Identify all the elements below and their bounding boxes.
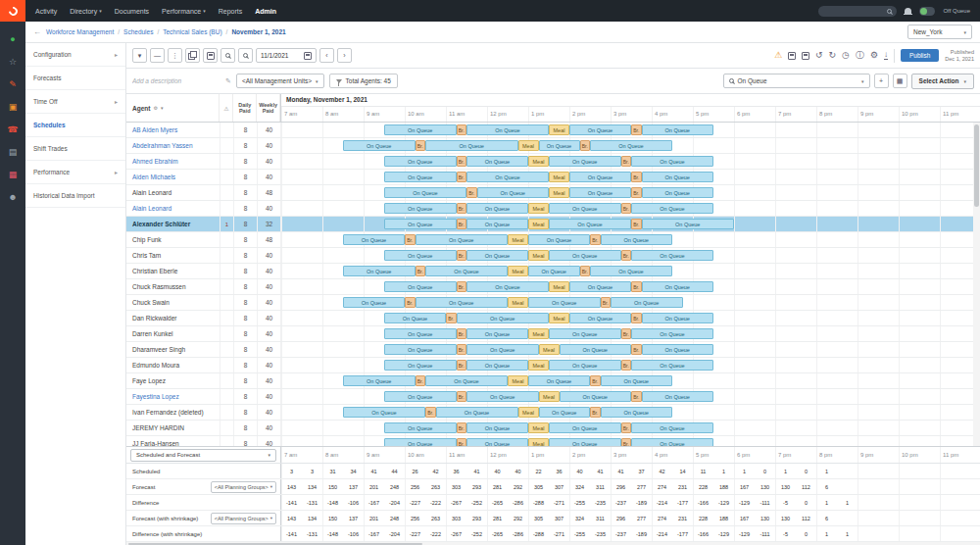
segment-on-queue[interactable]: On Queue [631,250,713,261]
segment-on-queue[interactable]: On Queue [477,187,550,198]
sidebar-item-forecasts[interactable]: Forecasts [25,67,125,90]
segment-on-queue[interactable]: On Queue [384,313,446,323]
sidebar-item-historical-data-import[interactable]: Historical Data Import [25,184,125,208]
segment-break[interactable]: Br. [457,281,467,292]
segment-on-queue[interactable]: On Queue [466,124,549,135]
favorites-icon[interactable]: ☆ [9,58,17,67]
segment-on-queue[interactable]: On Queue [384,156,457,167]
segment-meal[interactable]: Meal [508,266,528,276]
global-search-input[interactable] [823,8,884,14]
segment-on-queue[interactable]: On Queue [343,407,425,418]
segment-on-queue[interactable]: On Queue [528,234,590,245]
segment-meal[interactable]: Meal [549,172,569,182]
calendar-event-icon[interactable] [788,52,796,60]
schedule-row[interactable]: Dharamveer Singh840On QueueBr.On QueueMe… [126,342,980,358]
agent-name[interactable]: Alain Leonard [126,201,220,216]
schedule-row[interactable]: Christian Eberle840On QueueBr.On QueueMe… [126,264,980,279]
segment-break[interactable]: Br. [457,328,467,339]
sidebar-item-performance[interactable]: Performance▸ [25,161,125,184]
agent-name[interactable]: Fayestina Lopez [126,389,220,404]
segment-on-queue[interactable]: On Queue [425,266,508,276]
segment-on-queue[interactable]: On Queue [549,328,621,339]
segment-break[interactable]: Br. [457,250,467,261]
segment-break[interactable]: Br. [621,422,632,433]
segment-on-queue[interactable]: On Queue [466,219,528,229]
segment-on-queue[interactable]: On Queue [384,203,457,214]
agent-name[interactable]: AB Aiden Myers [126,123,220,137]
edit-icon[interactable]: ✎ [9,80,17,89]
segment-break[interactable]: Br. [631,391,642,402]
segment-meal[interactable]: Meal [528,219,549,229]
agent-name[interactable]: Darren Kunkel [126,326,220,341]
multi-day-view-button[interactable] [185,48,200,63]
schedule-row[interactable]: AB Aiden Myers840On QueueBr.On QueueMeal… [126,123,980,138]
segment-meal[interactable]: Meal [528,250,549,261]
segment-break[interactable]: Br. [580,140,591,151]
zoom-out-button[interactable] [220,48,235,63]
segment-on-queue[interactable]: On Queue [601,407,673,418]
segment-break[interactable]: Br. [416,266,426,276]
segment-on-queue[interactable]: On Queue [466,203,528,214]
segment-break[interactable]: Br. [457,360,467,371]
sidebar-item-shift-trades[interactable]: Shift Trades [25,137,125,161]
agent-name[interactable]: Christian Eberle [126,264,220,278]
segment-on-queue[interactable]: On Queue [560,344,632,355]
agent-name[interactable]: Ivan Fernandez (deleted) [126,405,220,420]
segment-break[interactable]: Br. [621,203,632,214]
segment-on-queue[interactable]: On Queue [528,266,580,276]
agent-name[interactable]: Abdelrahman Yassen [126,138,220,153]
download-icon[interactable]: ↓ [884,51,888,60]
segment-on-queue[interactable]: On Queue [384,281,457,292]
agent-name[interactable]: Chuck Rasmussen [126,279,220,294]
grid-view-button[interactable]: ▦ [893,74,907,88]
segment-on-queue[interactable]: On Queue [466,281,549,292]
segment-break[interactable]: Br. [590,407,601,418]
segment-on-queue[interactable]: On Queue [384,219,457,229]
total-agents-filter[interactable]: Total Agents: 45 [329,74,398,88]
segment-break[interactable]: Br. [631,313,642,323]
sidebar-item-time-off[interactable]: Time Off▸ [25,90,125,114]
day-view-button[interactable] [203,48,218,63]
segment-on-queue[interactable]: On Queue [528,375,590,386]
undo-icon[interactable]: ↺ [815,51,823,60]
segment-on-queue[interactable]: On Queue [528,297,601,308]
agent-name[interactable]: JJ Faria-Hansen [126,436,220,446]
segment-on-queue[interactable]: On Queue [384,124,457,135]
segment-break[interactable]: Br. [457,422,467,433]
segment-break[interactable]: Br. [457,391,467,402]
agent-name[interactable]: Chip Funk [126,232,220,247]
segment-meal[interactable]: Meal [539,344,560,355]
sidebar-item-schedules[interactable]: Schedules [25,114,125,137]
segment-on-queue[interactable]: On Queue [384,391,457,402]
sidebar-item-configuration[interactable]: Configuration▸ [25,43,125,67]
select-action-button[interactable]: Select Action ▾ [911,74,974,89]
schedule-row[interactable]: Ivan Fernandez (deleted)840On QueueBr.On… [126,405,980,421]
segment-on-queue[interactable]: On Queue [631,422,713,433]
segment-on-queue[interactable]: On Queue [384,438,457,446]
segment-on-queue[interactable]: On Queue [549,422,621,433]
segment-on-queue[interactable]: On Queue [384,187,466,198]
segment-meal[interactable]: Meal [528,328,549,339]
date-picker[interactable]: 11/1/2021 [256,48,317,63]
segment-on-queue[interactable]: On Queue [539,407,591,418]
segment-break[interactable]: Br. [601,297,612,308]
segment-break[interactable]: Br. [621,360,632,371]
segment-on-queue[interactable]: On Queue [466,250,528,261]
info-icon[interactable]: ⓘ [856,51,864,60]
segment-break[interactable]: Br. [457,203,467,214]
schedule-row[interactable]: Chris Tam840On QueueBr.On QueueMealOn Qu… [126,248,980,264]
segment-on-queue[interactable]: On Queue [416,297,509,308]
schedule-row[interactable]: Chuck Rasmussen840On QueueBr.On QueueMea… [126,279,980,295]
segment-on-queue[interactable]: On Queue [642,172,714,182]
schedule-row[interactable]: JEREMY HARDIN840On QueueBr.On QueueMealO… [126,421,980,436]
segment-break[interactable]: Br. [457,344,467,355]
segment-on-queue[interactable]: On Queue [425,140,518,151]
schedule-row[interactable]: JJ Faria-Hansen840On QueueBr.On QueueMea… [126,436,980,446]
segment-on-queue[interactable]: On Queue [569,187,631,198]
segment-on-queue[interactable]: On Queue [466,360,528,371]
segment-break[interactable]: Br. [621,250,632,261]
segment-break[interactable]: Br. [457,438,467,446]
vertical-scrollbar[interactable] [973,123,980,446]
schedule-row[interactable]: Fayestina Lopez840On QueueBr.On QueueMea… [126,389,980,405]
segment-break[interactable]: Br. [457,219,467,229]
